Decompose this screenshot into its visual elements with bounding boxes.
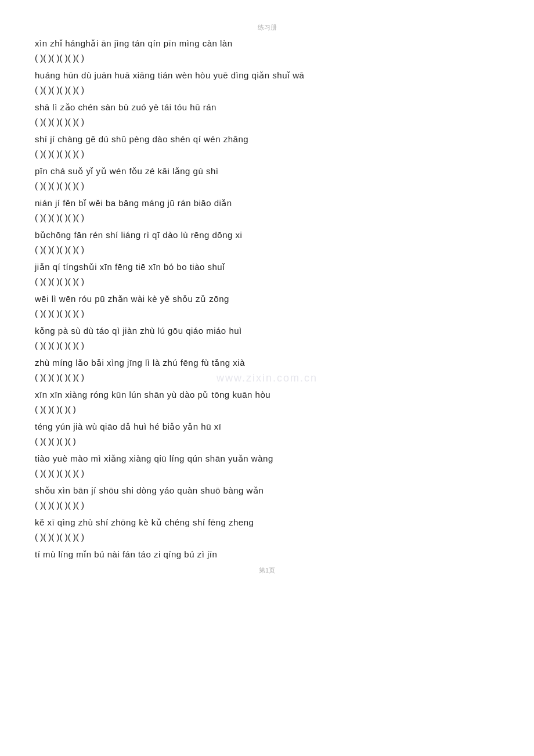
- pinyin-row-5: nián jí fěn bǐ wěi ba bāng máng jū rán b…: [35, 196, 499, 210]
- row-pair-10: zhù míng lǎo bǎi xìng jīng lì là zhú fēn…: [35, 356, 499, 384]
- row-pair-1: huáng hūn dù juān huā xiāng tián wèn hòu…: [35, 69, 499, 97]
- bracket-row-13: ( )( )( )( )( )( ): [35, 466, 499, 480]
- bracket-row-5: ( )( )( )( )( )( ): [35, 211, 499, 225]
- bracket-row-15: ( )( )( )( )( )( ): [35, 530, 499, 544]
- bracket-row-6: ( )( )( )( )( )( ): [35, 243, 499, 257]
- row-pair-0: xìn zhǐ hánghǎi ān jìng tán qín pīn mìng…: [35, 37, 499, 65]
- bracket-row-14: ( )( )( )( )( )( ): [35, 498, 499, 512]
- pinyin-row-3: shí jí chàng gē dú shū pèng dào shén qí …: [35, 132, 499, 146]
- pinyin-row-12: téng yún jià wù qiāo dǎ huì hé biǎo yǎn …: [35, 420, 499, 434]
- content-area: xìn zhǐ hánghǎi ān jìng tán qín pīn mìng…: [35, 37, 499, 561]
- bracket-row-3: ( )( )( )( )( )( ): [35, 147, 499, 161]
- pinyin-row-8: wēi lì wēn róu pū zhǎn wài kè yě shǒu zǔ…: [35, 292, 499, 306]
- bottom-label: 第1页: [35, 566, 499, 575]
- bracket-row-12: ( )( )( )( )( ): [35, 434, 499, 448]
- bracket-row-11: ( )( )( )( )( ): [35, 402, 499, 416]
- row-pair-2: shā lì zǎo chén sàn bù zuó yè tái tóu hū…: [35, 100, 499, 129]
- row-pair-6: bǔchōng fān rén shí liáng rì qī dào lù r…: [35, 228, 499, 257]
- pinyin-row-6: bǔchōng fān rén shí liáng rì qī dào lù r…: [35, 228, 499, 242]
- top-label: 练习册: [35, 23, 499, 32]
- pinyin-row-2: shā lì zǎo chén sàn bù zuó yè tái tóu hū…: [35, 100, 499, 114]
- bracket-row-8: ( )( )( )( )( )( ): [35, 307, 499, 321]
- pinyin-row-7: jiǎn qí tíngshǔi xīn fēng tiē xīn bó bo …: [35, 260, 499, 274]
- row-pair-16: tí mù líng mǐn bú nài fán táo zi qíng bú…: [35, 548, 499, 561]
- row-pair-7: jiǎn qí tíngshǔi xīn fēng tiē xīn bó bo …: [35, 260, 499, 289]
- row-pair-5: nián jí fěn bǐ wěi ba bāng máng jū rán b…: [35, 196, 499, 225]
- pinyin-row-9: kǒng pà sù dù táo qì jiàn zhù lú gōu qiá…: [35, 324, 499, 338]
- pinyin-row-10: zhù míng lǎo bǎi xìng jīng lì là zhú fēn…: [35, 356, 499, 370]
- bracket-row-2: ( )( )( )( )( )( ): [35, 115, 499, 129]
- row-pair-15: kě xī qìng zhù shí zhōng kè kǔ chéng shí…: [35, 516, 499, 544]
- row-pair-12: téng yún jià wù qiāo dǎ huì hé biǎo yǎn …: [35, 420, 499, 448]
- bracket-row-4: ( )( )( )( )( )( ): [35, 179, 499, 193]
- row-pair-8: wēi lì wēn róu pū zhǎn wài kè yě shǒu zǔ…: [35, 292, 499, 321]
- pinyin-row-11: xīn xīn xiàng róng kūn lún shān yù dào p…: [35, 388, 499, 402]
- row-pair-14: shǒu xìn bān jí shōu shi dòng yáo quàn s…: [35, 484, 499, 512]
- bracket-row-9: ( )( )( )( )( )( ): [35, 339, 499, 352]
- pinyin-row-16: tí mù líng mǐn bú nài fán táo zi qíng bú…: [35, 548, 499, 561]
- pinyin-row-13: tiào yuè mào mì xiǎng xiàng qiū líng qún…: [35, 452, 499, 466]
- pinyin-row-4: pīn chá suǒ yǐ yǔ wén fǒu zé kāi lǎng gù…: [35, 164, 499, 178]
- pinyin-row-1: huáng hūn dù juān huā xiāng tián wèn hòu…: [35, 69, 499, 82]
- pinyin-row-14: shǒu xìn bān jí shōu shi dòng yáo quàn s…: [35, 484, 499, 498]
- row-pair-13: tiào yuè mào mì xiǎng xiàng qiū líng qún…: [35, 452, 499, 480]
- bracket-row-1: ( )( )( )( )( )( ): [35, 83, 499, 97]
- bracket-row-10: ( )( )( )( )( )( ): [35, 370, 499, 384]
- row-pair-4: pīn chá suǒ yǐ yǔ wén fǒu zé kāi lǎng gù…: [35, 164, 499, 193]
- bracket-row-0: ( )( )( )( )( )( ): [35, 51, 499, 65]
- pinyin-row-0: xìn zhǐ hánghǎi ān jìng tán qín pīn mìng…: [35, 37, 499, 51]
- pinyin-row-15: kě xī qìng zhù shí zhōng kè kǔ chéng shí…: [35, 516, 499, 530]
- row-pair-11: xīn xīn xiàng róng kūn lún shān yù dào p…: [35, 388, 499, 416]
- row-pair-9: kǒng pà sù dù táo qì jiàn zhù lú gōu qiá…: [35, 324, 499, 352]
- row-pair-3: shí jí chàng gē dú shū pèng dào shén qí …: [35, 132, 499, 161]
- bracket-row-7: ( )( )( )( )( )( ): [35, 275, 499, 289]
